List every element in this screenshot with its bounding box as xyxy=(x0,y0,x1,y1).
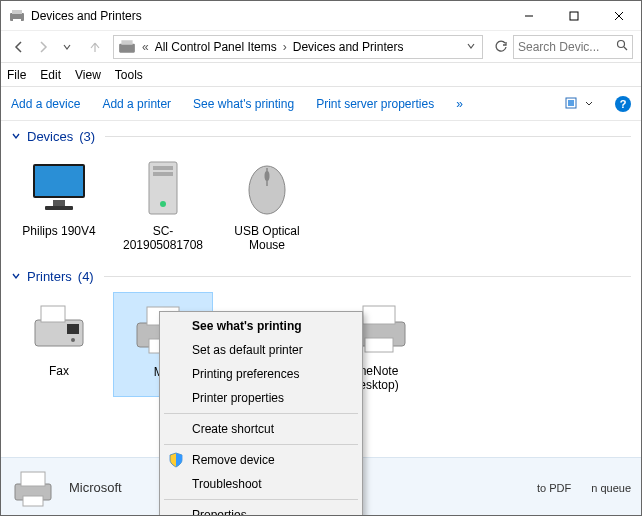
mouse-icon xyxy=(235,156,299,220)
menu-file[interactable]: File xyxy=(7,68,26,82)
svg-point-23 xyxy=(265,171,270,181)
maximize-button[interactable] xyxy=(551,1,596,30)
svg-rect-15 xyxy=(53,200,65,206)
chevron-down-icon xyxy=(11,129,21,144)
see-printing-button[interactable]: See what's printing xyxy=(193,97,294,111)
svg-rect-14 xyxy=(35,166,83,196)
group-title: Printers xyxy=(27,269,72,284)
back-button[interactable] xyxy=(7,35,31,59)
svg-rect-37 xyxy=(23,496,43,506)
forward-button[interactable] xyxy=(31,35,55,59)
breadcrumb-item[interactable]: All Control Panel Items xyxy=(153,40,279,54)
svg-rect-8 xyxy=(121,40,132,45)
context-printer-props[interactable]: Printer properties xyxy=(162,386,360,410)
svg-rect-18 xyxy=(153,166,173,170)
chevron-left-double-icon[interactable]: « xyxy=(138,40,153,54)
context-properties[interactable]: Properties xyxy=(162,503,360,516)
context-see-printing[interactable]: See what's printing xyxy=(162,314,360,338)
printer-item-fax[interactable]: Fax xyxy=(9,292,109,397)
svg-rect-25 xyxy=(41,306,65,322)
svg-point-27 xyxy=(71,338,75,342)
svg-rect-16 xyxy=(45,206,73,210)
group-title: Devices xyxy=(27,129,73,144)
fax-icon xyxy=(27,296,91,360)
close-button[interactable] xyxy=(596,1,641,30)
shield-icon xyxy=(168,452,184,468)
help-button[interactable]: ? xyxy=(615,96,631,112)
device-label: SC-201905081708 xyxy=(115,224,211,253)
status-name: Microsoft xyxy=(69,480,122,495)
context-remove-device[interactable]: Remove device xyxy=(162,448,360,472)
search-placeholder: Search Devic... xyxy=(518,40,599,54)
svg-point-9 xyxy=(618,41,625,48)
group-count: (4) xyxy=(78,269,94,284)
device-item-computer[interactable]: SC-201905081708 xyxy=(113,152,213,257)
breadcrumb-item[interactable]: Devices and Printers xyxy=(291,40,406,54)
address-history-button[interactable] xyxy=(462,40,480,54)
svg-rect-2 xyxy=(13,19,21,22)
view-options-button[interactable] xyxy=(565,97,593,111)
search-input[interactable]: Search Devic... xyxy=(513,35,633,59)
up-button[interactable] xyxy=(83,35,107,59)
toolbar: Add a device Add a printer See what's pr… xyxy=(1,87,641,121)
svg-rect-33 xyxy=(363,306,395,324)
minimize-button[interactable] xyxy=(506,1,551,30)
window-title: Devices and Printers xyxy=(31,9,506,23)
svg-point-20 xyxy=(160,201,166,207)
navbar: « All Control Panel Items › Devices and … xyxy=(1,31,641,63)
search-icon xyxy=(616,39,628,54)
monitor-icon xyxy=(27,156,91,220)
status-state-value: to PDF xyxy=(537,482,571,494)
refresh-button[interactable] xyxy=(489,35,513,59)
printer-label: Fax xyxy=(49,364,69,378)
svg-rect-12 xyxy=(568,100,574,106)
device-label: Philips 190V4 xyxy=(22,224,95,238)
computer-tower-icon xyxy=(131,156,195,220)
printer-label: neNoteesktop) xyxy=(359,364,398,393)
recent-locations-button[interactable] xyxy=(55,35,79,59)
group-header-printers[interactable]: Printers (4) xyxy=(1,261,641,288)
svg-rect-4 xyxy=(570,12,578,20)
context-printing-prefs[interactable]: Printing preferences xyxy=(162,362,360,386)
chevron-right-icon: › xyxy=(279,40,291,54)
toolbar-overflow-button[interactable]: » xyxy=(456,97,463,111)
svg-rect-26 xyxy=(67,324,79,334)
svg-rect-1 xyxy=(12,10,22,14)
chevron-down-icon xyxy=(11,269,21,284)
print-server-properties-button[interactable]: Print server properties xyxy=(316,97,434,111)
context-create-shortcut[interactable]: Create shortcut xyxy=(162,417,360,441)
group-header-devices[interactable]: Devices (3) xyxy=(1,121,641,148)
context-menu: See what's printing Set as default print… xyxy=(159,311,363,516)
titlebar: Devices and Printers xyxy=(1,1,641,31)
device-item-monitor[interactable]: Philips 190V4 xyxy=(9,152,109,257)
svg-rect-36 xyxy=(21,472,45,486)
printer-large-icon xyxy=(11,466,55,510)
menu-tools[interactable]: Tools xyxy=(115,68,143,82)
device-label: USB Optical Mouse xyxy=(219,224,315,253)
context-troubleshoot[interactable]: Troubleshoot xyxy=(162,472,360,496)
context-set-default[interactable]: Set as default printer xyxy=(162,338,360,362)
menu-edit[interactable]: Edit xyxy=(40,68,61,82)
menubar: File Edit View Tools xyxy=(1,63,641,87)
svg-rect-19 xyxy=(153,172,173,176)
svg-line-10 xyxy=(624,47,627,50)
menu-view[interactable]: View xyxy=(75,68,101,82)
group-count: (3) xyxy=(79,129,95,144)
svg-rect-7 xyxy=(119,43,135,52)
address-bar[interactable]: « All Control Panel Items › Devices and … xyxy=(113,35,483,59)
add-printer-button[interactable]: Add a printer xyxy=(102,97,171,111)
address-icon xyxy=(118,38,136,56)
svg-rect-34 xyxy=(365,338,393,352)
status-queue-value: n queue xyxy=(591,482,631,494)
device-item-mouse[interactable]: USB Optical Mouse xyxy=(217,152,317,257)
app-icon xyxy=(9,8,25,24)
add-device-button[interactable]: Add a device xyxy=(11,97,80,111)
